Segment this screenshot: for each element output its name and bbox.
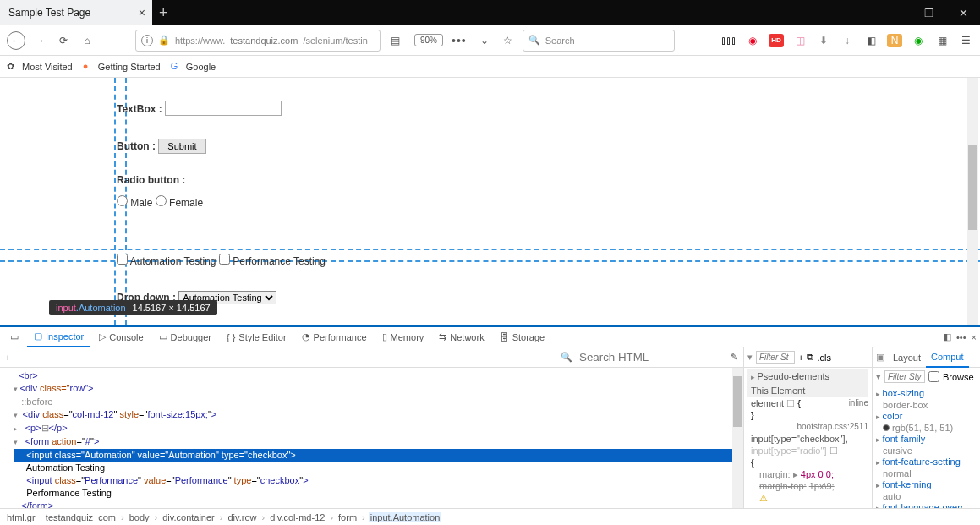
tab-layout[interactable]: Layout bbox=[888, 353, 926, 363]
radio-male[interactable] bbox=[117, 195, 128, 206]
source-scrollbar[interactable] bbox=[732, 368, 743, 508]
source-line[interactable]: Performance Testing bbox=[14, 487, 743, 500]
source-line[interactable]: Automation Testing bbox=[14, 462, 743, 474]
hamburger-menu-icon[interactable]: ☰ bbox=[958, 34, 973, 47]
minimize-button[interactable]: — bbox=[879, 0, 912, 25]
add-element-button[interactable]: + bbox=[5, 353, 10, 363]
edit-html-icon[interactable]: ✎ bbox=[731, 352, 738, 363]
browser-toolbar: ← → ⟳ ⌂ i 🔒 https://www.testandquiz.com/… bbox=[0, 25, 980, 56]
breadcrumb-item[interactable]: div.col-md-12 bbox=[268, 512, 326, 522]
devtools-close-icon[interactable]: × bbox=[972, 332, 977, 342]
breadcrumb-item[interactable]: form bbox=[337, 512, 359, 522]
source-line-selected[interactable]: <input class="Automation" value="Automat… bbox=[14, 449, 743, 462]
tab-memory[interactable]: ▯Memory bbox=[375, 327, 431, 347]
source-line[interactable]: ::before bbox=[14, 396, 743, 408]
source-line[interactable]: <form action="#"> bbox=[14, 435, 743, 449]
box-model-icon[interactable]: ▣ bbox=[873, 352, 888, 363]
bookmark-label: Most Visited bbox=[22, 62, 73, 72]
browser-styles-checkbox[interactable] bbox=[928, 371, 939, 382]
tooltip-class: .Automation bbox=[76, 303, 126, 313]
ext-icon-download[interactable]: ⬇ bbox=[816, 34, 831, 47]
address-bar[interactable]: i 🔒 https://www.testandquiz.com/selenium… bbox=[135, 30, 381, 52]
tab-storage[interactable]: 🗄Storage bbox=[493, 327, 552, 347]
breadcrumb-item[interactable]: input.Automation bbox=[369, 512, 442, 522]
sample-textbox[interactable] bbox=[165, 101, 282, 116]
forward-button[interactable]: → bbox=[30, 31, 49, 50]
checkbox-performance-label: Performance Testing bbox=[233, 255, 326, 267]
zoom-badge[interactable]: 90% bbox=[414, 34, 443, 46]
reload-button[interactable]: ⟳ bbox=[54, 31, 73, 50]
devtools-more-icon[interactable]: ••• bbox=[956, 332, 966, 342]
add-rule-icon[interactable]: + bbox=[798, 353, 803, 363]
rules-section-pseudo[interactable]: Pseudo-elements bbox=[747, 369, 868, 384]
radio-label: Radio button : bbox=[117, 174, 185, 186]
tab-style-editor[interactable]: { }Style Editor bbox=[220, 327, 293, 347]
bookmark-most-visited[interactable]: ✿ Most Visited bbox=[7, 61, 73, 73]
url-prefix: https://www. bbox=[175, 36, 225, 46]
tab-inspector[interactable]: ▢Inspector bbox=[27, 327, 90, 347]
tab-performance[interactable]: ◔Performance bbox=[295, 327, 374, 347]
filter-styles-input[interactable] bbox=[756, 351, 795, 364]
scrollbar-thumb[interactable] bbox=[968, 145, 977, 230]
page-actions-icon[interactable]: ••• bbox=[452, 34, 467, 47]
textbox-label: TextBox : bbox=[117, 103, 162, 115]
radio-male-label: Male bbox=[130, 197, 152, 209]
search-html-input[interactable] bbox=[576, 349, 725, 365]
ext-icon-n[interactable]: N bbox=[887, 34, 902, 47]
pocket-icon[interactable]: ⌄ bbox=[475, 31, 494, 50]
downloads-icon[interactable]: ↓ bbox=[840, 34, 855, 47]
tooltip-tag: input bbox=[56, 303, 76, 313]
breadcrumb-item[interactable]: div.row bbox=[226, 512, 258, 522]
ext-icon-green[interactable]: ◉ bbox=[911, 34, 926, 47]
back-button[interactable]: ← bbox=[7, 31, 25, 50]
ext-icon-hd[interactable]: HD bbox=[769, 34, 784, 47]
source-line[interactable]: <div class="col-md-12" style="font-size:… bbox=[14, 408, 743, 422]
new-tab-button[interactable]: + bbox=[159, 4, 168, 22]
bookmark-label: Google bbox=[186, 62, 216, 72]
close-tab-icon[interactable]: × bbox=[139, 6, 145, 19]
breadcrumb-item[interactable]: html.gr__testandquiz_com bbox=[5, 512, 118, 522]
google-icon: G bbox=[171, 61, 183, 73]
checkbox-performance[interactable] bbox=[219, 254, 230, 265]
bookmark-google[interactable]: G Google bbox=[171, 61, 216, 73]
breadcrumb-item[interactable]: body bbox=[128, 512, 151, 522]
checkbox-automation[interactable] bbox=[117, 254, 128, 265]
tab-pick-element[interactable]: ▭ bbox=[3, 327, 25, 347]
source-line[interactable]: <br> bbox=[14, 369, 743, 382]
source-line[interactable]: <div class="row"> bbox=[14, 382, 743, 396]
close-window-button[interactable]: ✕ bbox=[946, 0, 980, 25]
browser-styles-label: Browse bbox=[943, 372, 974, 382]
tab-console[interactable]: ▷Console bbox=[92, 327, 150, 347]
devtools-panel: ▭ ▢Inspector ▷Console ▭Debugger { }Style… bbox=[0, 325, 980, 525]
lock-icon: 🔒 bbox=[158, 35, 170, 46]
tab-debugger[interactable]: ▭Debugger bbox=[152, 327, 218, 347]
tab-computed[interactable]: Comput bbox=[926, 347, 969, 368]
scrollbar-thumb[interactable] bbox=[733, 376, 742, 427]
home-button[interactable]: ⌂ bbox=[78, 31, 96, 50]
restore-button[interactable]: ❐ bbox=[912, 0, 946, 25]
browser-tab[interactable]: Sample Test Page × bbox=[0, 0, 152, 25]
search-bar[interactable]: 🔍 Search bbox=[523, 30, 675, 52]
site-info-icon[interactable]: i bbox=[141, 35, 153, 46]
source-line[interactable]: <p>⊟</p> bbox=[14, 422, 743, 435]
ext-icon-grid[interactable]: ▦ bbox=[934, 34, 950, 47]
page-scrollbar[interactable] bbox=[967, 78, 978, 325]
submit-button[interactable]: Submit bbox=[158, 139, 205, 154]
toggle-pseudo-icon[interactable]: ⧉ bbox=[807, 352, 813, 363]
library-icon[interactable]: ⫿⫿⫿ bbox=[721, 34, 736, 47]
source-line[interactable]: </form> bbox=[14, 500, 743, 508]
search-icon: 🔍 bbox=[561, 352, 572, 363]
cls-toggle[interactable]: .cls bbox=[817, 353, 831, 363]
breadcrumb-item[interactable]: div.container bbox=[161, 512, 216, 522]
radio-female[interactable] bbox=[156, 195, 167, 206]
reader-mode-icon[interactable]: ▤ bbox=[386, 31, 404, 50]
ext-icon-pink[interactable]: ◫ bbox=[792, 34, 808, 47]
dock-side-icon[interactable]: ◧ bbox=[943, 331, 951, 342]
sidebar-icon[interactable]: ◧ bbox=[863, 34, 879, 47]
bookmark-getting-started[interactable]: ● Getting Started bbox=[83, 61, 161, 73]
tab-network[interactable]: ⇆Network bbox=[432, 327, 490, 347]
source-line[interactable]: <input class="Performance" value="Perfor… bbox=[14, 474, 743, 487]
bookmark-star-icon[interactable]: ☆ bbox=[499, 31, 517, 50]
filter-computed-input[interactable] bbox=[884, 370, 925, 383]
ext-icon-red-dot[interactable]: ◉ bbox=[745, 34, 760, 47]
